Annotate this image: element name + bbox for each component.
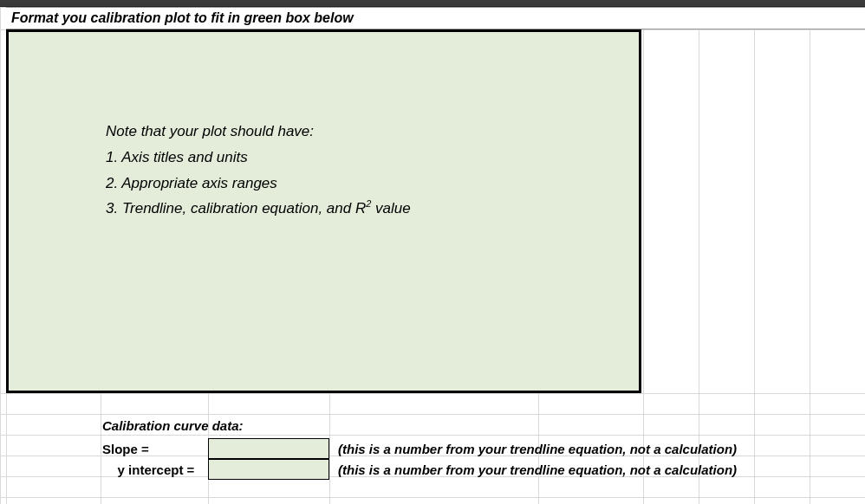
note-item-2: 2. Appropriate axis ranges bbox=[106, 171, 411, 197]
note-intro: Note that your plot should have: bbox=[106, 119, 411, 145]
note-item-3-suffix: value bbox=[371, 200, 410, 216]
slope-row: Slope = (this is a number from your tren… bbox=[101, 438, 737, 459]
note-item-3: 3. Trendline, calibration equation, and … bbox=[106, 196, 411, 222]
calibration-data-section: Calibration curve data: Slope = (this is… bbox=[101, 416, 737, 480]
instruction-header: Format you calibration plot to fit in gr… bbox=[6, 7, 865, 29]
window-top-bar bbox=[0, 0, 865, 7]
plot-area-box[interactable]: Note that your plot should have: 1. Axis… bbox=[6, 29, 641, 393]
yintercept-label: y intercept = bbox=[101, 459, 208, 480]
spreadsheet-area: Format you calibration plot to fit in gr… bbox=[0, 7, 865, 504]
note-item-1: 1. Axis titles and units bbox=[106, 145, 411, 171]
instruction-header-text: Format you calibration plot to fit in gr… bbox=[11, 10, 354, 25]
slope-label: Slope = bbox=[101, 438, 208, 459]
calibration-title: Calibration curve data: bbox=[101, 416, 737, 438]
note-item-3-prefix: 3. Trendline, calibration equation, and … bbox=[106, 200, 366, 216]
slope-description: (this is a number from your trendline eq… bbox=[329, 438, 737, 459]
yintercept-row: y intercept = (this is a number from you… bbox=[101, 459, 737, 480]
yintercept-input[interactable] bbox=[208, 459, 329, 480]
plot-requirements-note: Note that your plot should have: 1. Axis… bbox=[106, 119, 411, 222]
slope-input[interactable] bbox=[208, 438, 329, 459]
yintercept-description: (this is a number from your trendline eq… bbox=[329, 459, 737, 480]
